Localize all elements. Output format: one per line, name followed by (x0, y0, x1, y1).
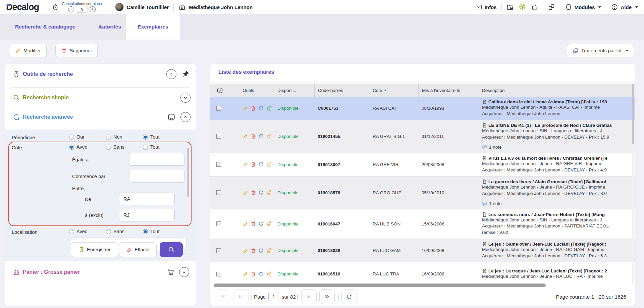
renew-icon[interactable] (258, 105, 264, 111)
edit-icon[interactable] (243, 161, 249, 167)
column-header-disponibilite[interactable]: Disponi... (277, 88, 314, 93)
launch-search-button[interactable] (160, 242, 183, 257)
renew-icon[interactable] (258, 221, 264, 227)
delete-icon[interactable] (250, 271, 256, 277)
recherche-simple-section[interactable]: Recherche simple (5, 92, 196, 103)
add-to-cart-icon[interactable] (266, 105, 272, 111)
radio-option[interactable]: Tout (143, 134, 180, 140)
enregistrer-button[interactable]: Enregistrer (71, 242, 118, 257)
note-badge[interactable]: 1 note (482, 145, 635, 150)
record-title[interactable]: Le jeu : La traque / Jean-Luc Luciani (T… (482, 268, 635, 273)
edit-icon[interactable] (243, 271, 249, 277)
table-row[interactable]: Disponible 019018028 RA LUC GAM 16/09/20… (210, 239, 635, 262)
expand-simple-search-button[interactable] (180, 93, 191, 103)
effacer-button[interactable]: Effacer (119, 242, 157, 257)
last-pages-button[interactable] (319, 289, 335, 304)
column-header-cote[interactable]: Cote (368, 84, 418, 97)
column-header-inventaire[interactable]: Mis à l'inventaire le (418, 84, 482, 97)
select-all-checkbox[interactable] (216, 87, 223, 94)
modifier-button[interactable]: Modifier (9, 44, 47, 57)
record-title[interactable]: Les sonneurs noirs / Jean-Pierre Hubert … (482, 212, 635, 217)
vertical-scrollbar[interactable] (632, 84, 634, 144)
row-checkbox[interactable] (216, 221, 221, 226)
bell-icon[interactable] (531, 3, 538, 11)
previous-page-button[interactable] (233, 289, 249, 304)
consultations-count-input[interactable] (76, 6, 88, 13)
table-row[interactable]: Disponible 019018578 RA GRO GUE 05/10/20… (210, 176, 635, 209)
commence-par-input[interactable] (129, 170, 185, 183)
row-checkbox[interactable] (216, 248, 221, 253)
record-title[interactable]: Cailloux dans le ciel / Isaac Asimov (Te… (482, 99, 635, 104)
edit-icon[interactable] (243, 190, 249, 196)
aide-menu[interactable]: Aide (611, 3, 638, 11)
expand-panier-button[interactable] (179, 267, 189, 277)
supprimer-button[interactable]: Supprimer (55, 44, 98, 57)
record-title[interactable]: LE SIGNE DE K1 (1) : Le protocole de Nod… (482, 123, 635, 128)
next-page-button[interactable] (301, 289, 317, 304)
edit-icon[interactable] (243, 221, 249, 227)
remove-from-cart-icon[interactable] (266, 271, 272, 277)
radio-option[interactable]: Sans (106, 229, 143, 234)
record-title[interactable]: Virus L.I.V.3 ou la mort des livres / Ch… (482, 156, 635, 161)
tab-recherche-catalogage[interactable]: Recherche & catalogage (3, 14, 87, 40)
column-header-code-barres[interactable]: Code-barres (314, 84, 368, 97)
infos-button[interactable]: Infos (475, 3, 497, 11)
modules-menu[interactable]: Modules (565, 3, 601, 11)
table-row[interactable]: Disponible 019018007 RA GRE VIR 29/08/20… (210, 153, 635, 176)
remove-from-cart-icon[interactable] (266, 190, 272, 196)
radio-option[interactable]: Non (106, 134, 143, 140)
row-checkbox[interactable] (216, 190, 221, 195)
pin-button[interactable] (180, 69, 191, 79)
de-input[interactable] (119, 193, 175, 205)
note-badge[interactable]: 1 note (482, 201, 635, 206)
table-row[interactable]: Disponible 019016510 RA LUC TRA 16/09/20… (210, 262, 635, 284)
column-header-outils[interactable]: Outils (234, 88, 277, 93)
collapse-advanced-search-button[interactable] (180, 112, 191, 122)
delete-icon[interactable] (250, 105, 256, 111)
horizontal-scrollbar[interactable] (214, 284, 546, 287)
bookmark-search-button[interactable] (166, 112, 176, 122)
link-squares-icon[interactable] (548, 3, 555, 11)
column-header-description[interactable]: Description (482, 88, 635, 93)
decrement-button[interactable]: − (68, 6, 74, 12)
record-title[interactable]: La guerre des livres / Alain Grousset (T… (482, 179, 635, 184)
renew-icon[interactable] (258, 271, 264, 277)
delete-icon[interactable] (250, 133, 256, 139)
page-number-input[interactable] (268, 292, 279, 301)
row-checkbox[interactable] (216, 162, 221, 167)
delete-icon[interactable] (250, 190, 256, 196)
collapse-panel-button[interactable] (166, 69, 176, 79)
panier-cart-button[interactable] (166, 267, 176, 277)
table-row[interactable]: Disponible C0001753 RA ASI CAI 08/10/199… (210, 97, 635, 120)
traitements-par-lot-button[interactable]: Traitements par lot (567, 44, 634, 57)
library-name[interactable]: Médiathèque John Lennon (189, 4, 253, 10)
radio-option[interactable]: Avec (69, 144, 106, 150)
radio-option[interactable]: Tout (143, 229, 180, 234)
edit-icon[interactable] (243, 248, 249, 254)
table-row[interactable]: Disponible 019016047 RA HUB SON 15/06/20… (210, 209, 635, 239)
user-avatar[interactable] (115, 3, 124, 11)
renew-icon[interactable] (258, 248, 264, 254)
radio-option[interactable]: Avec (69, 229, 106, 234)
form-scrollbar[interactable] (187, 148, 189, 197)
delete-icon[interactable] (250, 161, 256, 167)
first-pages-button[interactable] (215, 289, 230, 304)
remove-from-cart-icon[interactable] (266, 161, 272, 167)
radio-option[interactable]: Tout (143, 144, 180, 150)
remove-from-cart-icon[interactable] (266, 248, 272, 254)
delete-icon[interactable] (250, 248, 256, 254)
row-checkbox[interactable] (216, 134, 221, 139)
renew-icon[interactable] (258, 133, 264, 139)
radio-option[interactable]: Oui (69, 134, 106, 140)
refresh-list-button[interactable] (341, 289, 357, 304)
edit-icon[interactable] (243, 105, 249, 111)
remove-from-cart-icon[interactable] (266, 221, 272, 227)
row-checkbox[interactable] (216, 106, 221, 111)
egale-a-input[interactable] (129, 153, 185, 166)
row-checkbox[interactable] (216, 272, 221, 276)
delete-icon[interactable] (250, 221, 256, 227)
folder-cloud-icon[interactable] (506, 3, 514, 11)
increment-button[interactable]: + (90, 6, 96, 12)
renew-icon[interactable] (258, 161, 264, 167)
tab-exemplaires[interactable]: Exemplaires (126, 14, 180, 40)
